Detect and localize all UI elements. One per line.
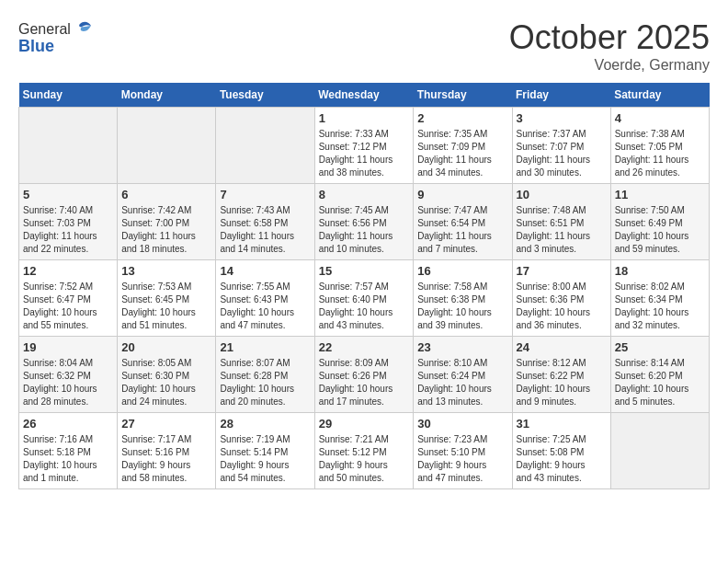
day-cell: 16Sunrise: 7:58 AM Sunset: 6:38 PM Dayli…: [414, 260, 512, 337]
week-row-3: 12Sunrise: 7:52 AM Sunset: 6:47 PM Dayli…: [19, 260, 710, 337]
calendar-table: SundayMondayTuesdayWednesdayThursdayFrid…: [18, 83, 710, 489]
day-cell: 15Sunrise: 7:57 AM Sunset: 6:40 PM Dayli…: [314, 260, 414, 337]
day-info: Sunrise: 7:43 AM Sunset: 6:58 PM Dayligh…: [220, 204, 310, 256]
day-number: 2: [417, 111, 507, 125]
day-info: Sunrise: 7:37 AM Sunset: 7:07 PM Dayligh…: [517, 128, 607, 179]
day-info: Sunrise: 7:19 AM Sunset: 5:14 PM Dayligh…: [220, 433, 310, 485]
day-info: Sunrise: 7:23 AM Sunset: 5:10 PM Dayligh…: [417, 433, 507, 485]
day-cell: 18Sunrise: 8:02 AM Sunset: 6:34 PM Dayli…: [610, 260, 709, 337]
day-cell: 20Sunrise: 8:05 AM Sunset: 6:30 PM Dayli…: [118, 337, 216, 413]
page-header: General Blue October 2025 Voerde, German…: [18, 18, 710, 74]
day-number: 22: [319, 340, 410, 354]
day-number: 9: [417, 188, 507, 201]
day-cell: [216, 108, 314, 184]
day-cell: [610, 413, 709, 489]
day-cell: 23Sunrise: 8:10 AM Sunset: 6:24 PM Dayli…: [414, 337, 512, 413]
day-info: Sunrise: 7:58 AM Sunset: 6:38 PM Dayligh…: [417, 281, 507, 332]
day-number: 17: [517, 264, 607, 278]
day-number: 25: [615, 340, 705, 354]
day-info: Sunrise: 7:50 AM Sunset: 6:49 PM Dayligh…: [615, 204, 705, 256]
day-number: 24: [517, 340, 607, 354]
day-info: Sunrise: 7:21 AM Sunset: 5:12 PM Dayligh…: [319, 433, 410, 485]
day-cell: 26Sunrise: 7:16 AM Sunset: 5:18 PM Dayli…: [19, 413, 118, 489]
location-subtitle: Voerde, Germany: [509, 57, 710, 74]
week-row-2: 5Sunrise: 7:40 AM Sunset: 7:03 PM Daylig…: [19, 184, 710, 260]
day-cell: 12Sunrise: 7:52 AM Sunset: 6:47 PM Dayli…: [19, 260, 118, 337]
day-number: 10: [517, 188, 607, 201]
day-cell: 7Sunrise: 7:43 AM Sunset: 6:58 PM Daylig…: [216, 184, 314, 260]
day-number: 3: [517, 111, 607, 125]
week-row-1: 1Sunrise: 7:33 AM Sunset: 7:12 PM Daylig…: [19, 108, 710, 184]
day-info: Sunrise: 7:47 AM Sunset: 6:54 PM Dayligh…: [417, 204, 507, 256]
day-number: 6: [121, 188, 211, 201]
day-cell: 22Sunrise: 8:09 AM Sunset: 6:26 PM Dayli…: [314, 337, 414, 413]
day-number: 26: [23, 417, 113, 431]
day-cell: 29Sunrise: 7:21 AM Sunset: 5:12 PM Dayli…: [314, 413, 414, 489]
day-info: Sunrise: 7:35 AM Sunset: 7:09 PM Dayligh…: [417, 128, 507, 179]
weekday-header-friday: Friday: [512, 83, 610, 108]
day-info: Sunrise: 8:02 AM Sunset: 6:34 PM Dayligh…: [615, 281, 705, 332]
day-cell: 5Sunrise: 7:40 AM Sunset: 7:03 PM Daylig…: [19, 184, 118, 260]
day-number: 5: [23, 188, 113, 201]
day-cell: 8Sunrise: 7:45 AM Sunset: 6:56 PM Daylig…: [314, 184, 414, 260]
day-info: Sunrise: 7:40 AM Sunset: 7:03 PM Dayligh…: [23, 204, 113, 256]
day-info: Sunrise: 7:48 AM Sunset: 6:51 PM Dayligh…: [517, 204, 607, 256]
day-cell: 17Sunrise: 8:00 AM Sunset: 6:36 PM Dayli…: [512, 260, 610, 337]
title-block: October 2025 Voerde, Germany: [509, 18, 710, 74]
day-cell: 30Sunrise: 7:23 AM Sunset: 5:10 PM Dayli…: [414, 413, 512, 489]
day-info: Sunrise: 7:42 AM Sunset: 7:00 PM Dayligh…: [121, 204, 211, 256]
day-number: 12: [23, 264, 113, 278]
weekday-header-thursday: Thursday: [414, 83, 512, 108]
day-cell: 27Sunrise: 7:17 AM Sunset: 5:16 PM Dayli…: [118, 413, 216, 489]
day-cell: 10Sunrise: 7:48 AM Sunset: 6:51 PM Dayli…: [512, 184, 610, 260]
day-cell: [118, 108, 216, 184]
day-info: Sunrise: 7:33 AM Sunset: 7:12 PM Dayligh…: [319, 128, 410, 179]
day-info: Sunrise: 7:45 AM Sunset: 6:56 PM Dayligh…: [319, 204, 410, 256]
day-number: 18: [615, 264, 705, 278]
day-number: 21: [220, 340, 310, 354]
day-info: Sunrise: 8:00 AM Sunset: 6:36 PM Dayligh…: [517, 281, 607, 332]
day-info: Sunrise: 7:57 AM Sunset: 6:40 PM Dayligh…: [319, 281, 410, 332]
day-number: 11: [615, 188, 705, 201]
day-number: 13: [121, 264, 211, 278]
weekday-header-wednesday: Wednesday: [314, 83, 414, 108]
day-number: 1: [319, 111, 410, 125]
day-number: 15: [319, 264, 410, 278]
weekday-header-sunday: Sunday: [19, 83, 118, 108]
week-row-5: 26Sunrise: 7:16 AM Sunset: 5:18 PM Dayli…: [19, 413, 710, 489]
day-number: 8: [319, 188, 410, 201]
day-number: 4: [615, 111, 705, 125]
day-info: Sunrise: 8:10 AM Sunset: 6:24 PM Dayligh…: [417, 357, 507, 408]
day-cell: 25Sunrise: 8:14 AM Sunset: 6:20 PM Dayli…: [610, 337, 709, 413]
week-row-4: 19Sunrise: 8:04 AM Sunset: 6:32 PM Dayli…: [19, 337, 710, 413]
day-cell: 2Sunrise: 7:35 AM Sunset: 7:09 PM Daylig…: [414, 108, 512, 184]
day-info: Sunrise: 8:05 AM Sunset: 6:30 PM Dayligh…: [121, 357, 211, 408]
day-info: Sunrise: 7:17 AM Sunset: 5:16 PM Dayligh…: [121, 433, 211, 485]
month-title: October 2025: [509, 18, 710, 57]
day-cell: 11Sunrise: 7:50 AM Sunset: 6:49 PM Dayli…: [610, 184, 709, 260]
day-info: Sunrise: 8:12 AM Sunset: 6:22 PM Dayligh…: [517, 357, 607, 408]
day-info: Sunrise: 7:16 AM Sunset: 5:18 PM Dayligh…: [23, 433, 113, 485]
day-info: Sunrise: 7:25 AM Sunset: 5:08 PM Dayligh…: [517, 433, 607, 485]
logo: General Blue: [18, 18, 95, 56]
day-number: 31: [517, 417, 607, 431]
day-cell: 21Sunrise: 8:07 AM Sunset: 6:28 PM Dayli…: [216, 337, 314, 413]
day-number: 28: [220, 417, 310, 431]
weekday-header-tuesday: Tuesday: [216, 83, 314, 108]
day-cell: 13Sunrise: 7:53 AM Sunset: 6:45 PM Dayli…: [118, 260, 216, 337]
day-info: Sunrise: 8:07 AM Sunset: 6:28 PM Dayligh…: [220, 357, 310, 408]
day-cell: 24Sunrise: 8:12 AM Sunset: 6:22 PM Dayli…: [512, 337, 610, 413]
day-info: Sunrise: 8:09 AM Sunset: 6:26 PM Dayligh…: [319, 357, 410, 408]
day-info: Sunrise: 8:14 AM Sunset: 6:20 PM Dayligh…: [615, 357, 705, 408]
day-number: 27: [121, 417, 211, 431]
day-cell: 28Sunrise: 7:19 AM Sunset: 5:14 PM Dayli…: [216, 413, 314, 489]
weekday-header-row: SundayMondayTuesdayWednesdayThursdayFrid…: [19, 83, 710, 108]
day-number: 16: [417, 264, 507, 278]
day-info: Sunrise: 8:04 AM Sunset: 6:32 PM Dayligh…: [23, 357, 113, 408]
logo-bird-icon: [73, 18, 95, 40]
day-cell: [19, 108, 118, 184]
day-cell: 9Sunrise: 7:47 AM Sunset: 6:54 PM Daylig…: [414, 184, 512, 260]
day-number: 23: [417, 340, 507, 354]
day-number: 20: [121, 340, 211, 354]
day-number: 30: [417, 417, 507, 431]
